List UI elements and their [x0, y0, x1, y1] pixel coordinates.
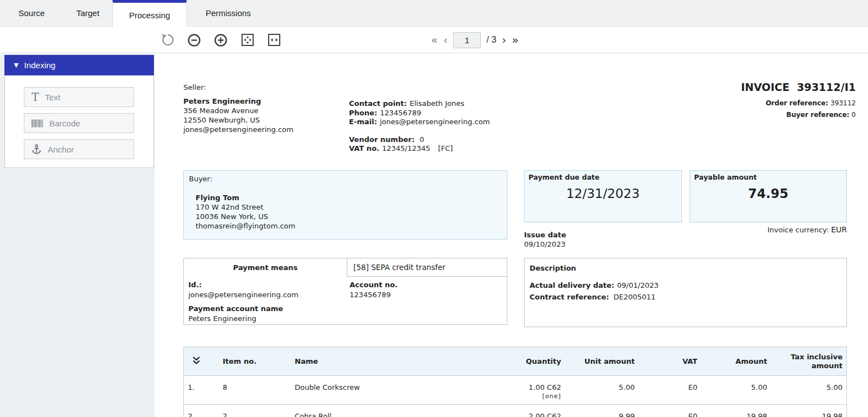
seller-email: jones@petersengineering.com [183, 125, 294, 134]
issue-date-value: 09/10/2023 [524, 240, 566, 249]
anchor-tool-button[interactable]: Anchor [24, 139, 134, 159]
row-tax-inclusive: 19.98 [767, 412, 843, 417]
buyer-email: thomasrein@flyingtom.com [196, 221, 502, 231]
row-quantity: 1.00 C62 [516, 383, 561, 391]
row-item-no: 2 [223, 412, 295, 417]
fit-width-icon [267, 33, 281, 47]
buyer-reference-value: 0 [851, 111, 856, 119]
issue-date-block: Issue date 09/10/2023 [524, 230, 566, 249]
header-name: Name [295, 357, 516, 365]
payment-due-value: 12/31/2023 [528, 186, 677, 201]
buyer-name: Flying Tom [196, 193, 502, 202]
vendor-number-value: 0 [419, 135, 424, 144]
buyer-reference-label: Buyer reference: [787, 111, 850, 119]
fit-width-button[interactable] [266, 33, 281, 48]
payable-amount-label: Payable amount [694, 173, 843, 181]
page-number-input[interactable] [453, 32, 481, 48]
row-quantity-note: [one] [516, 393, 561, 400]
text-tool-icon: T [32, 90, 39, 104]
indexing-panel-title: Indexing [24, 60, 55, 70]
invoice-title-block: INVOICE 393112/I1 Order reference:393112… [741, 81, 856, 119]
tab-target[interactable]: Target [63, 0, 112, 26]
phone-value: 123456789 [380, 109, 421, 117]
description-box: Description Actual delivery date:09/01/2… [524, 258, 847, 327]
tab-permissions[interactable]: Permissions [187, 0, 270, 26]
delivery-date-label: Actual delivery date: [530, 281, 614, 289]
email-value: jones@petersengineering.com [380, 118, 490, 126]
tab-processing[interactable]: Processing [112, 0, 187, 27]
invoice-document: Seller: Peters Engineering 356 Meadow Av… [155, 54, 868, 417]
order-reference-label: Order reference: [766, 99, 828, 107]
row-number: 1. [184, 383, 223, 391]
vat-no-value: 12345/12345 [382, 144, 430, 152]
seller-name: Peters Engineering [183, 96, 294, 106]
row-unit-amount: 9.99 [561, 412, 635, 417]
prev-page-button[interactable]: ‹ [443, 34, 448, 45]
page-total-label: / 3 [486, 35, 496, 45]
invoice-title: INVOICE 393112/I1 [741, 81, 856, 93]
contract-reference-value: DE2005011 [613, 293, 655, 301]
zoom-out-button[interactable] [187, 33, 202, 48]
row-amount: 19.98 [697, 412, 767, 417]
row-tax-inclusive: 5.00 [767, 383, 843, 391]
zoom-out-icon [187, 33, 202, 48]
barcode-tool-button[interactable]: Barcode [24, 113, 134, 133]
table-row: 1. 8 Double Corkscrew 1.00 C62 [one] 5.0… [184, 376, 846, 405]
payable-amount-box: Payable amount 74.95 [690, 170, 847, 222]
last-page-button[interactable]: » [512, 34, 518, 45]
table-row: 2. 2 Cobra Roll 2.00 C62 9.99 E0 19.98 1… [184, 405, 846, 417]
row-number: 2. [184, 412, 223, 417]
double-chevron-down-icon [192, 356, 201, 365]
contract-reference-label: Contract reference: [530, 293, 609, 301]
contact-block: Contact point:Elisabeth Jones Phone:1234… [349, 99, 490, 154]
fit-page-icon [240, 33, 255, 47]
tab-source[interactable]: Source [0, 0, 63, 26]
invoice-currency-value: EUR [831, 225, 847, 234]
zoom-in-icon [213, 33, 228, 48]
row-name: Cobra Roll [295, 412, 516, 417]
line-items-header-row: Item no. Name Quantity Unit amount VAT A… [184, 347, 846, 376]
fit-page-button[interactable] [240, 33, 255, 48]
payment-means-method: [58] SEPA credit transfer [347, 258, 507, 277]
zoom-controls [160, 27, 281, 53]
barcode-tool-label: Barcode [49, 119, 80, 128]
order-reference-value: 393112 [830, 99, 856, 107]
seller-label: Seller: [183, 83, 294, 92]
rotate-button[interactable] [160, 33, 175, 48]
text-tool-button[interactable]: T Text [24, 87, 134, 107]
indexing-panel-header[interactable]: ▼ Indexing [4, 55, 154, 75]
first-page-button[interactable]: « [431, 34, 438, 45]
page-navigation: « ‹ / 3 › » [431, 27, 518, 53]
text-tool-label: Text [45, 93, 60, 102]
invoice-currency-line: Invoice currency:EUR [767, 225, 847, 234]
invoice-currency-label: Invoice currency: [767, 226, 829, 234]
row-name: Double Corkscrew [295, 383, 516, 391]
payment-account-name-label: Payment account name [188, 304, 283, 313]
buyer-address-2: 10036 New York, US [196, 212, 502, 221]
payment-id-value: jones@petersengineering.com [188, 291, 299, 299]
collapse-caret-icon: ▼ [14, 62, 18, 68]
description-title: Description [530, 264, 841, 272]
main-content: ▼ Indexing T Text Barcode [0, 54, 868, 417]
payable-amount-value: 74.95 [694, 186, 843, 201]
contact-point-label: Contact point: [349, 99, 407, 108]
zoom-in-button[interactable] [213, 33, 228, 48]
main-tab-bar: Source Target Processing Permissions [0, 0, 868, 27]
next-page-button[interactable]: › [502, 34, 506, 45]
row-vat: E0 [635, 383, 697, 391]
barcode-icon [32, 119, 43, 128]
vendor-number-label: Vendor number: [349, 135, 414, 144]
left-sidebar: ▼ Indexing T Text Barcode [0, 54, 155, 417]
anchor-icon [32, 144, 42, 155]
account-no-value: 123456789 [350, 291, 391, 299]
document-toolbar: « ‹ / 3 › » Document Metadata [0, 27, 868, 53]
delivery-date-value: 09/01/2023 [617, 281, 659, 289]
row-quantity: 2.00 C62 [516, 412, 561, 417]
header-tax-inclusive: Tax inclusive amount [767, 353, 843, 370]
header-vat: VAT [635, 357, 697, 365]
line-items-table: Item no. Name Quantity Unit amount VAT A… [183, 347, 847, 417]
row-vat: E0 [635, 412, 697, 417]
buyer-box: Buyer: Flying Tom 170 W 42nd Street 1003… [183, 170, 507, 240]
account-no-label: Account no. [350, 281, 398, 289]
row-item-no: 8 [223, 383, 295, 391]
